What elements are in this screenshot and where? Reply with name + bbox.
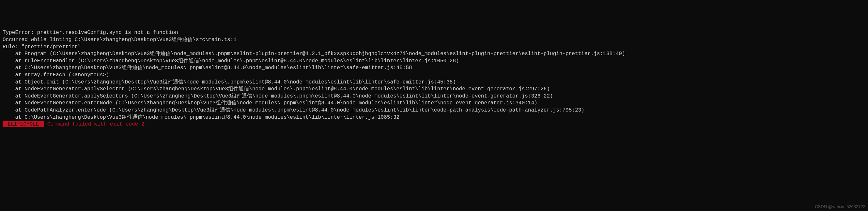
error-rule: Rule: "prettier/prettier" — [3, 44, 81, 50]
lifecycle-badge: ELIFECYCLE — [3, 121, 44, 127]
error-type: TypeError: prettier.resolveConfig.sync i… — [3, 30, 178, 36]
terminal-output: TypeError: prettier.resolveConfig.sync i… — [3, 29, 865, 128]
stack-line-7: at NodeEventGenerator.enterNode (C:\User… — [3, 100, 537, 106]
stack-line-8: at CodePathAnalyzer.enterNode (C:\Users\… — [3, 107, 584, 113]
stack-line-9: at C:\Users\zhangheng\Desktop\Vue3组件通信\n… — [3, 114, 399, 120]
stack-line-6: at NodeEventGenerator.applySelectors (C:… — [3, 93, 553, 99]
error-occurred: Occurred while linting C:\Users\zhanghen… — [3, 37, 237, 43]
stack-line-2: at C:\Users\zhangheng\Desktop\Vue3组件通信\n… — [3, 65, 412, 71]
stack-line-0: at Program (C:\Users\zhangheng\Desktop\V… — [3, 51, 625, 57]
lifecycle-message: Command failed with exit code 2. — [44, 121, 148, 127]
stack-line-5: at NodeEventGenerator.applySelector (C:\… — [3, 86, 550, 92]
stack-line-1: at ruleErrorHandler (C:\Users\zhangheng\… — [3, 58, 459, 64]
stack-line-4: at Object.emit (C:\Users\zhangheng\Deskt… — [3, 79, 456, 85]
stack-line-3: at Array.forEach (<anonymous>) — [3, 72, 109, 78]
